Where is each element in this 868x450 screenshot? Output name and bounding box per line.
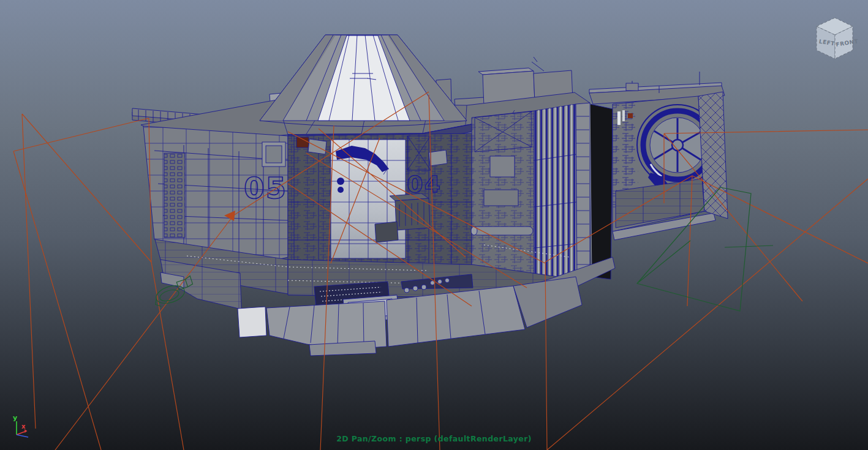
axis-x-label: x <box>21 423 26 430</box>
axis-x <box>17 430 26 435</box>
wall-number-04: 04 <box>407 171 442 198</box>
maya-3d-viewport[interactable]: 05 04 <box>0 0 868 450</box>
door-panel <box>590 104 613 279</box>
set-model: 05 04 <box>132 35 728 356</box>
right-wall <box>471 103 590 288</box>
axis-gizmo: y x <box>13 414 28 437</box>
wall-number-05: 05 <box>244 171 287 205</box>
viewport-status-text: 2D Pan/Zoom : persp (defaultRenderLayer) <box>336 434 532 443</box>
axis-y-label: y <box>13 414 17 422</box>
cone-structure <box>260 35 467 127</box>
axis-z <box>17 435 28 437</box>
view-cube[interactable]: LEFT FRONT <box>817 18 859 59</box>
viewport-canvas[interactable]: 05 04 <box>0 0 868 450</box>
